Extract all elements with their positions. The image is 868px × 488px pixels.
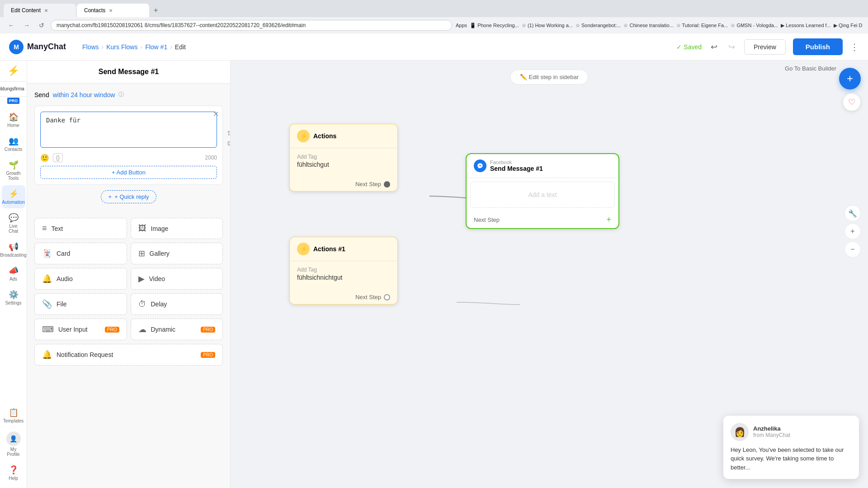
notification-option-label: Notification Request <box>57 351 113 358</box>
new-tab-button[interactable]: + <box>150 5 161 16</box>
file-option-icon: 📎 <box>42 299 52 309</box>
sidebar-item-help[interactable]: ❓ Help <box>2 461 25 484</box>
message-input[interactable]: Danke für <box>40 112 217 148</box>
actions-node-2-icon: ⚡ <box>297 243 310 255</box>
fab-add-button[interactable]: + <box>839 68 861 89</box>
info-icon[interactable]: ⓘ <box>118 91 124 99</box>
bookmark-7[interactable]: ▶ Qing Fei De Yi - Y... <box>834 23 863 28</box>
add-button-btn[interactable]: + Add Button <box>40 166 217 179</box>
sidebar-item-my-profile[interactable]: 👤 My Profile <box>2 428 25 460</box>
logo[interactable]: M ManyChat <box>9 40 66 54</box>
content-option-notification[interactable]: 🔔 Notification Request PRO <box>34 344 223 366</box>
bookmark-apps[interactable]: Apps <box>456 23 467 28</box>
home-icon: 🏠 <box>9 112 19 122</box>
goto-basic-button[interactable]: Go To Basic Builder <box>785 65 836 72</box>
breadcrumb-flow1[interactable]: Flow #1 <box>145 43 167 51</box>
user-input-pro-badge: PRO <box>105 327 119 333</box>
tab-close-edit[interactable]: ✕ <box>44 8 48 13</box>
publish-button[interactable]: Publish <box>793 38 843 55</box>
content-option-delay[interactable]: ⏱ Delay <box>131 293 223 315</box>
sidebar-item-home[interactable]: 🏠 Home <box>2 108 25 131</box>
logo-text: ManyChat <box>27 42 66 52</box>
fab-zoom-out-button[interactable]: − <box>844 241 861 258</box>
help-icon: ❓ <box>9 465 19 475</box>
breadcrumb-sep2: › <box>140 43 142 51</box>
actions-node-1[interactable]: ⚡ Actions Add Tag fühltsichgut Next Step <box>289 124 398 192</box>
sidebar-item-automation[interactable]: ⚡ Automation <box>2 185 25 208</box>
facebook-node-info: Facebook Send Message #1 <box>490 160 543 172</box>
emoji-picker-button[interactable]: 🙂 <box>40 154 49 162</box>
variable-picker-button[interactable]: {} <box>53 153 63 162</box>
content-option-audio[interactable]: 🔔 Audio <box>34 268 127 290</box>
actions-node-1-title: Actions <box>313 132 336 140</box>
sidebar-item-contacts[interactable]: 👥 Contacts <box>2 132 25 155</box>
canvas-area[interactable]: ✏️ Edit step in sidebar ⚡ <box>231 61 868 488</box>
sidebar-item-broadcasting[interactable]: 📢 Broadcasting <box>2 238 25 261</box>
more-options-button[interactable]: ⋮ <box>850 42 859 52</box>
content-option-card[interactable]: 🃏 Card <box>34 243 127 264</box>
nav-section: 🏠 Home 👥 Contacts 🌱 Growth Tools ⚡ Autom… <box>0 105 27 400</box>
duplicate-button[interactable]: ⧉ <box>227 140 230 147</box>
preview-button[interactable]: Preview <box>744 39 786 55</box>
bookmark-3[interactable]: ☆ Chinese translatio... <box>623 23 673 28</box>
bookmark-6[interactable]: ▶ Lessons Learned f... <box>781 23 831 28</box>
facebook-node[interactable]: Facebook Send Message #1 Add a text Next… <box>466 153 619 229</box>
tab-close-contacts[interactable]: ✕ <box>109 8 113 13</box>
content-option-gallery[interactable]: ⊞ Gallery <box>131 243 223 264</box>
facebook-node-add-plus[interactable]: + <box>606 215 611 225</box>
pro-badge: PRO <box>7 98 20 104</box>
quick-reply-button[interactable]: + + Quick reply <box>101 190 157 203</box>
url-input[interactable] <box>51 20 452 31</box>
undo-button[interactable]: ↩ <box>709 40 719 54</box>
facebook-node-add-text[interactable]: Add a text <box>470 182 615 208</box>
quick-reply-plus: + <box>108 193 112 200</box>
tab-edit-content[interactable]: Edit Content ✕ <box>4 4 76 17</box>
forward-button[interactable]: → <box>21 21 33 30</box>
sidebar-item-growth-tools[interactable]: 🌱 Growth Tools <box>2 156 25 184</box>
growth-icon: 🌱 <box>9 160 19 170</box>
sidebar-item-settings[interactable]: ⚙️ Settings <box>2 286 25 309</box>
tab-contacts-label: Contacts <box>84 7 105 14</box>
close-message-button[interactable]: ✕ <box>213 110 219 118</box>
canvas-hint: ✏️ Edit step in sidebar <box>510 70 588 84</box>
app-header: M ManyChat Flows › Kurs Flows › Flow #1 … <box>0 33 868 61</box>
redo-button[interactable]: ↪ <box>726 40 737 54</box>
fab-wrench-button[interactable]: 🔧 <box>844 205 861 221</box>
back-button[interactable]: ← <box>5 21 17 30</box>
text-option-icon: ≡ <box>42 224 47 233</box>
content-option-user-input[interactable]: ⌨ User Input PRO <box>34 319 127 340</box>
actions-node-2[interactable]: ⚡ Actions #1 Add Tag fühltsichnichtgut N… <box>289 237 398 305</box>
fab-heart-button[interactable]: ♡ <box>843 93 861 111</box>
move-up-button[interactable]: ⇅ <box>227 130 230 137</box>
actions-node-2-next-dot <box>384 294 390 300</box>
bookmark-5[interactable]: ☆ GMSN - Vologda... <box>731 23 778 28</box>
contacts-icon: 👥 <box>9 136 19 146</box>
content-option-image[interactable]: 🖼 Image <box>131 218 223 239</box>
actions-node-2-body: Add Tag fühltsichnichtgut <box>290 261 397 290</box>
refresh-button[interactable]: ↺ <box>36 21 47 30</box>
send-window-link[interactable]: within 24 hour window <box>53 91 115 99</box>
breadcrumb-flows[interactable]: Flows <box>82 43 99 51</box>
bookmark-1[interactable]: ☆ (1) How Working a... <box>522 23 573 28</box>
char-count: 2000 <box>205 155 217 161</box>
content-option-video[interactable]: ▶ Video <box>131 268 223 290</box>
org-selector[interactable]: Bildungsfirma ▼ <box>0 82 27 97</box>
text-option-label: Text <box>52 225 63 232</box>
content-option-file[interactable]: 📎 File <box>34 293 127 315</box>
notification-pro-badge: PRO <box>201 352 215 358</box>
broadcasting-icon: 📢 <box>9 242 19 252</box>
bookmark-4[interactable]: ☆ Tutorial: Eigene Fa... <box>676 23 728 28</box>
sidebar-item-ads[interactable]: 📣 Ads <box>2 262 25 285</box>
bookmark-phone[interactable]: 📱 Phone Recycling... <box>470 23 519 28</box>
tab-contacts[interactable]: Contacts ✕ <box>77 4 149 17</box>
content-option-dynamic[interactable]: ☁ Dynamic PRO <box>131 319 223 340</box>
automation-icon: ⚡ <box>9 189 19 199</box>
sidebar-item-templates[interactable]: 📋 Templates <box>2 404 25 427</box>
hint-text: ✏️ Edit step in sidebar <box>520 74 579 80</box>
image-option-label: Image <box>151 225 169 232</box>
content-option-text[interactable]: ≡ Text <box>34 218 127 239</box>
bookmark-2[interactable]: ☆ Sonderangebot:... <box>576 23 621 28</box>
breadcrumb-kurs[interactable]: Kurs Flows <box>106 43 137 51</box>
sidebar-item-live-chat[interactable]: 💬 Live Chat <box>2 209 25 237</box>
fab-zoom-in-button[interactable]: + <box>844 223 861 239</box>
